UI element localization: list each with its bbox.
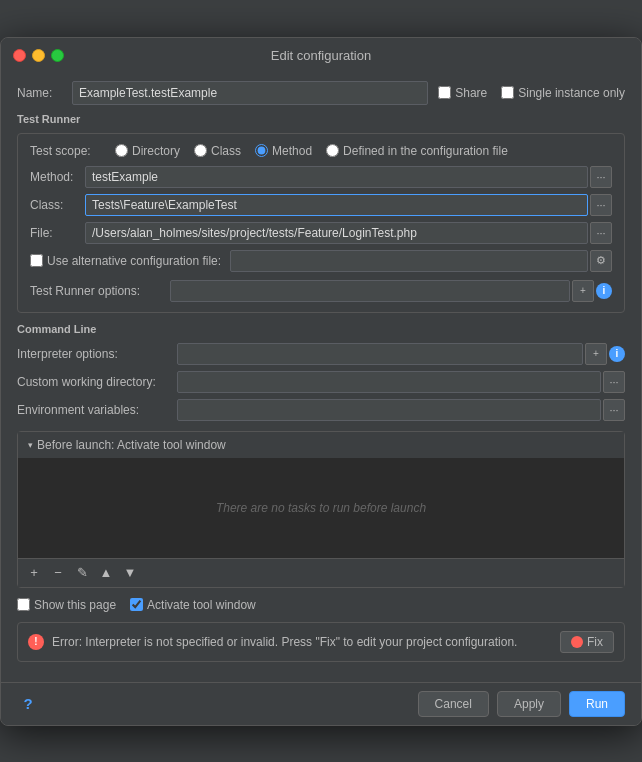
error-icon: !	[28, 634, 44, 650]
plus-icon: +	[593, 348, 599, 359]
interpreter-info-icon: i	[609, 346, 625, 362]
alt-config-row: Use alternative configuration file: ⚙	[30, 250, 612, 272]
cancel-button[interactable]: Cancel	[418, 691, 489, 717]
before-launch-title: Before launch: Activate tool window	[37, 438, 226, 452]
dialog-content: Name: Share Single instance only Test Ru…	[1, 71, 641, 682]
add-task-button[interactable]: +	[24, 563, 44, 583]
alt-config-browse-button[interactable]: ⚙	[590, 250, 612, 272]
title-bar: Edit configuration	[1, 38, 641, 71]
class-label: Class:	[30, 198, 85, 212]
activate-window-label[interactable]: Activate tool window	[130, 598, 256, 612]
plus-icon: +	[580, 285, 586, 296]
run-button[interactable]: Run	[569, 691, 625, 717]
move-up-button[interactable]: ▲	[96, 563, 116, 583]
test-runner-section: Test scope: Directory Class Method	[17, 133, 625, 313]
method-row: Method: ···	[30, 166, 612, 188]
scope-defined[interactable]: Defined in the configuration file	[326, 144, 508, 158]
scope-directory-radio[interactable]	[115, 144, 128, 157]
close-button[interactable]	[13, 49, 26, 62]
fix-button[interactable]: Fix	[560, 631, 614, 653]
scope-defined-radio[interactable]	[326, 144, 339, 157]
scope-class[interactable]: Class	[194, 144, 241, 158]
before-launch-content: There are no tasks to run before launch	[18, 458, 624, 558]
scope-class-label: Class	[211, 144, 241, 158]
env-vars-input[interactable]	[177, 399, 601, 421]
env-vars-label: Environment variables:	[17, 403, 177, 417]
alt-config-checkbox-label[interactable]: Use alternative configuration file:	[30, 254, 230, 268]
move-down-button[interactable]: ▼	[120, 563, 140, 583]
working-dir-input[interactable]	[177, 371, 601, 393]
help-button[interactable]: ?	[17, 693, 39, 715]
minimize-button[interactable]	[32, 49, 45, 62]
name-input[interactable]	[72, 81, 428, 105]
alt-config-checkbox[interactable]	[30, 254, 43, 267]
dots-icon: ···	[596, 227, 605, 239]
alt-config-input[interactable]	[230, 250, 588, 272]
gear-icon: ⚙	[596, 254, 606, 267]
show-page-label[interactable]: Show this page	[17, 598, 116, 612]
scope-method[interactable]: Method	[255, 144, 312, 158]
scope-method-radio[interactable]	[255, 144, 268, 157]
show-page-row: Show this page Activate tool window	[17, 598, 625, 612]
file-input[interactable]	[85, 222, 588, 244]
working-dir-browse-button[interactable]: ···	[603, 371, 625, 393]
interpreter-add-button[interactable]: +	[585, 343, 607, 365]
command-line-section: Interpreter options: + i Custom working …	[17, 343, 625, 421]
interpreter-input[interactable]	[177, 343, 583, 365]
dots-icon: ···	[609, 376, 618, 388]
single-instance-text: Single instance only	[518, 86, 625, 100]
share-checkbox[interactable]	[438, 86, 451, 99]
before-launch-header[interactable]: ▾ Before launch: Activate tool window	[18, 432, 624, 458]
class-row: Class: ···	[30, 194, 612, 216]
test-runner-section-label: Test Runner	[17, 113, 625, 125]
name-label: Name:	[17, 86, 72, 100]
interpreter-row: Interpreter options: + i	[17, 343, 625, 365]
activate-window-checkbox[interactable]	[130, 598, 143, 611]
remove-task-button[interactable]: −	[48, 563, 68, 583]
action-buttons: Cancel Apply Run	[418, 691, 625, 717]
share-checkbox-label[interactable]: Share	[438, 86, 487, 100]
help-icon: ?	[23, 695, 32, 712]
working-dir-row: Custom working directory: ···	[17, 371, 625, 393]
name-row: Name: Share Single instance only	[17, 81, 625, 105]
scope-directory[interactable]: Directory	[115, 144, 180, 158]
file-label: File:	[30, 226, 85, 240]
scope-method-label: Method	[272, 144, 312, 158]
edit-task-button[interactable]: ✎	[72, 563, 92, 583]
edit-configuration-dialog: Edit configuration Name: Share Single in…	[0, 37, 642, 726]
minus-icon: −	[54, 565, 62, 580]
share-label-text: Share	[455, 86, 487, 100]
single-instance-checkbox[interactable]	[501, 86, 514, 99]
scope-class-radio[interactable]	[194, 144, 207, 157]
dots-icon: ···	[596, 171, 605, 183]
runner-options-input[interactable]	[170, 280, 570, 302]
edit-icon: ✎	[77, 565, 88, 580]
runner-options-label: Test Runner options:	[30, 284, 170, 298]
no-tasks-text: There are no tasks to run before launch	[216, 501, 426, 515]
file-browse-button[interactable]: ···	[590, 222, 612, 244]
alt-config-label-text: Use alternative configuration file:	[47, 254, 221, 268]
class-browse-button[interactable]: ···	[590, 194, 612, 216]
show-page-checkbox[interactable]	[17, 598, 30, 611]
error-message: Error: Interpreter is not specified or i…	[52, 635, 552, 649]
apply-button[interactable]: Apply	[497, 691, 561, 717]
share-area: Share Single instance only	[438, 86, 625, 100]
scope-directory-label: Directory	[132, 144, 180, 158]
before-launch-section: ▾ Before launch: Activate tool window Th…	[17, 431, 625, 588]
test-scope-row: Test scope: Directory Class Method	[30, 144, 612, 158]
fix-label: Fix	[587, 635, 603, 649]
maximize-button[interactable]	[51, 49, 64, 62]
class-input[interactable]	[85, 194, 588, 216]
runner-options-info-icon: i	[596, 283, 612, 299]
method-browse-button[interactable]: ···	[590, 166, 612, 188]
method-input[interactable]	[85, 166, 588, 188]
plus-icon: +	[30, 565, 38, 580]
method-label: Method:	[30, 170, 85, 184]
interpreter-label: Interpreter options:	[17, 347, 177, 361]
single-instance-label[interactable]: Single instance only	[501, 86, 625, 100]
file-row: File: ···	[30, 222, 612, 244]
bottom-bar: ? Cancel Apply Run	[1, 682, 641, 725]
runner-options-add-button[interactable]: +	[572, 280, 594, 302]
chevron-down-icon: ▾	[28, 440, 33, 450]
env-vars-browse-button[interactable]: ···	[603, 399, 625, 421]
